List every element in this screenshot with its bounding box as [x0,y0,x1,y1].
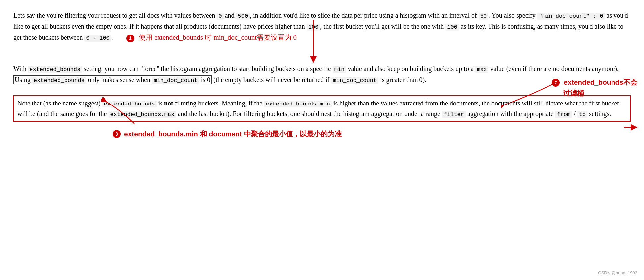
code-to: to [577,111,587,118]
paragraph-3-bordered: Note that (as the name suggest) extended… [13,95,631,122]
bold-not: not [164,100,173,107]
paragraph-2: With extended_bounds setting, you now ca… [13,63,631,85]
annotation-2-text1: extended_bounds不会 [564,78,637,86]
outlined-sentence: Using extended_bounds only makes sense w… [13,75,212,84]
annotation-3-text: extended_bounds.min 和 document 中聚合的最小值，以… [124,128,342,140]
code-100-2: 100 [445,24,459,31]
code-range: 0 - 100 [84,35,111,42]
paragraph-2-text: With extended_bounds setting, you now ca… [13,63,631,85]
code-max-1: max [475,66,489,73]
code-min-1: min [333,66,346,73]
code-filter: filter [442,111,466,118]
code-extended-bounds-2: extended_bounds [32,77,86,84]
code-extended-bounds-1: extended_bounds [28,66,82,73]
page-wrapper: Lets say the you're filtering your reque… [13,10,631,140]
annotation-1-circle: 1 使用 extended_bounds 时 min_doc_count需要设置… [126,34,297,41]
paragraph-1: Lets say the you're filtering your reque… [13,10,631,43]
paragraph-3: Note that (as the name suggest) extended… [13,95,631,140]
paragraph-1-text: Lets say the you're filtering your reque… [13,10,631,43]
code-extended-bounds-max: extended_bounds.max [108,111,176,118]
annotation-3-block: 3 extended_bounds.min 和 document 中聚合的最小值… [13,128,631,140]
code-50: 50 [479,13,488,20]
code-100-1: 100 [307,24,320,31]
code-0: 0 [217,13,223,20]
code-min-doc-count-3: min_doc_count [331,77,379,84]
code-min-doc-count: "min_doc_count" : 0 [537,13,605,20]
code-500: 500 [236,13,250,20]
code-min-doc-count-2: min_doc_count [152,77,199,84]
code-from: from [555,111,572,118]
code-extended-bounds-3: extended_bounds [102,101,157,107]
annotation-1-text: 使用 extended_bounds 时 min_doc_count需要设置为 … [139,34,297,41]
code-extended-bounds-min: extended_bounds.min [264,101,332,107]
